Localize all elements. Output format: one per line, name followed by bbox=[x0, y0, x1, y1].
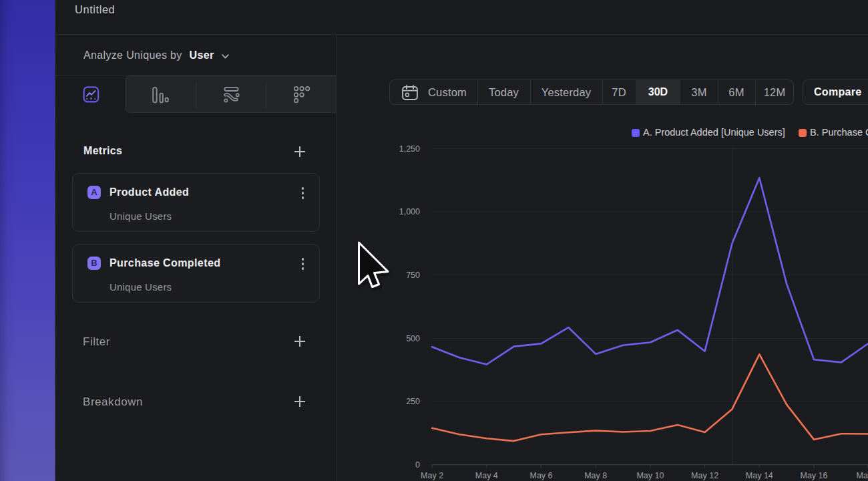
svg-text:500: 500 bbox=[406, 334, 420, 343]
svg-text:1,000: 1,000 bbox=[399, 207, 420, 216]
svg-text:750: 750 bbox=[406, 271, 420, 280]
svg-text:May 10: May 10 bbox=[636, 471, 664, 480]
svg-text:May 16: May 16 bbox=[801, 471, 828, 480]
svg-text:May 4: May 4 bbox=[475, 471, 498, 480]
svg-text:May 8: May 8 bbox=[584, 471, 607, 480]
svg-text:May 12: May 12 bbox=[691, 471, 718, 480]
svg-text:250: 250 bbox=[406, 397, 420, 406]
svg-text:May 6: May 6 bbox=[529, 471, 552, 480]
svg-text:0: 0 bbox=[415, 460, 420, 470]
svg-text:May 18: May 18 bbox=[857, 471, 868, 480]
svg-text:May 14: May 14 bbox=[746, 471, 773, 480]
svg-text:May 2: May 2 bbox=[421, 471, 443, 480]
svg-text:1,250: 1,250 bbox=[399, 144, 420, 154]
